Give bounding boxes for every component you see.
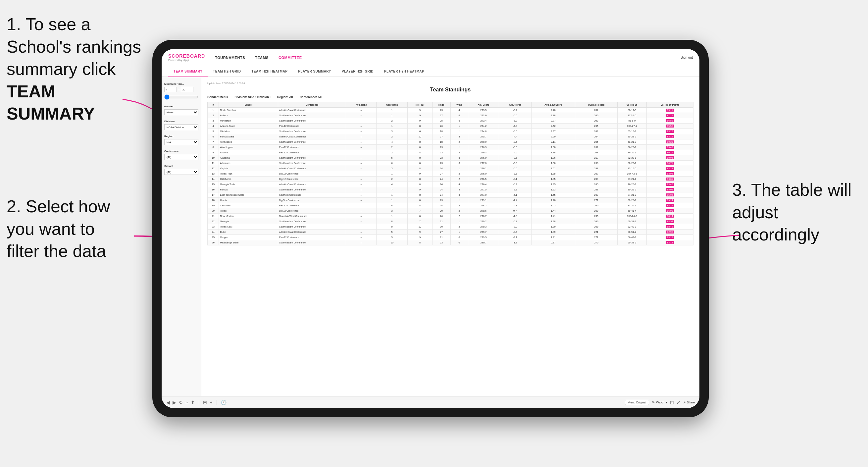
table-row: 5Ole MissSoutheastern Conference–3618127…: [208, 129, 693, 134]
main-content: Minimum Rou... – Gender Men's Women's: [162, 77, 700, 396]
round-range-slider[interactable]: [164, 94, 198, 100]
divider-1: [199, 400, 199, 405]
subnav-team-h2h-heatmap[interactable]: TEAM H2H HEATMAP: [246, 66, 293, 77]
share2-btn[interactable]: ⬆: [191, 400, 195, 405]
table-row: 26Mississippi StateSoutheastern Conferen…: [208, 240, 693, 245]
minimum-round-label: Minimum Rou...: [164, 83, 198, 86]
subnav-player-h2h-grid[interactable]: PLAYER H2H GRID: [337, 66, 379, 77]
nav-tournaments[interactable]: TOURNAMENTS: [215, 56, 245, 60]
region-select[interactable]: N/A: [164, 139, 198, 145]
section-title: Team Standings: [207, 87, 693, 93]
col-no-tour: No Tour: [408, 102, 433, 107]
table-row: 12VirginiaAtlantic Coast Conference–3824…: [208, 166, 693, 171]
minimum-round-filter: Minimum Rou... –: [164, 83, 198, 100]
subnav-player-summary[interactable]: PLAYER SUMMARY: [293, 66, 336, 77]
school-label: School: [164, 165, 198, 167]
table-row: 6Florida StateAtlantic Coast Conference–…: [208, 134, 693, 139]
subnav: TEAM SUMMARY TEAM H2H GRID TEAM H2H HEAT…: [162, 66, 700, 77]
gender-label: Gender: [164, 105, 198, 108]
home-btn[interactable]: ⌂: [185, 400, 188, 405]
sign-out-link[interactable]: Sign out: [681, 56, 693, 59]
gender-select[interactable]: Men's Women's: [164, 109, 198, 115]
col-school: School: [219, 102, 278, 107]
col-adj-score: Adj. Score: [468, 102, 499, 107]
table-row: 22GeorgiaSoutheastern Conference–8721127…: [208, 219, 693, 224]
table-row: 24DukeAtlantic Coast Conference–59271279…: [208, 229, 693, 235]
col-avg-rank: Avg. Rank: [346, 102, 376, 107]
table-row: 8WashingtonPac-12 Conference–28231276.3-…: [208, 145, 693, 150]
crop-btn[interactable]: ⊡: [670, 400, 674, 405]
region-label: Region: [164, 135, 198, 138]
conference-label: Conference: [164, 150, 198, 153]
logo-sub: Powered by clippi: [168, 59, 205, 62]
school-select[interactable]: (All): [164, 169, 198, 175]
school-filter: School (All): [164, 165, 198, 175]
sidebar-filters: Minimum Rou... – Gender Men's Women's: [162, 77, 202, 396]
update-time: Update time: 27/03/2024 16:56:26: [207, 82, 693, 85]
instruction-2: 2. Select how you want to filter the dat…: [7, 195, 132, 263]
col-rank: #: [208, 102, 219, 107]
division-select[interactable]: NCAA Division I: [164, 124, 198, 130]
table-row: 4Arizona StatePac-12 Conference–18261274…: [208, 124, 693, 129]
col-conference: Conference: [278, 102, 346, 107]
table-row: 25OregonPac-12 Conference–59210279.5-3.1…: [208, 235, 693, 240]
division-label: Division: [164, 120, 198, 123]
divider-2: [217, 400, 217, 405]
table-row: 2AuburnSoutheastern Conference–19276273.…: [208, 113, 693, 118]
expand-btn[interactable]: ⤢: [677, 400, 681, 405]
table-row: 18IllinoisBig Ten Conference–18231279.1-…: [208, 198, 693, 203]
col-vs50: Vs Top 50 Points: [647, 102, 693, 107]
refresh-btn[interactable]: ↻: [179, 400, 183, 405]
table-row: 15Georgia TechAtlantic Coast Conference–…: [208, 182, 693, 187]
subnav-player-h2h-heatmap[interactable]: PLAYER H2H HEATMAP: [379, 66, 430, 77]
gender-filter: Gender Men's Women's: [164, 105, 198, 115]
table-row: 21New MexicoMountain West Conference–182…: [208, 214, 693, 219]
max-round-input[interactable]: [181, 87, 193, 92]
col-conf-rank: Conf Rank: [376, 102, 408, 107]
table-row: 19CaliforniaPac-12 Conference–48242278.2…: [208, 203, 693, 208]
table-row: 14OklahomaBig 12 Conference–28242276.5-3…: [208, 177, 693, 182]
view-original-btn[interactable]: View: Original: [625, 400, 649, 405]
table-row: 7TennesseeSoutheastern Conference–481822…: [208, 139, 693, 145]
content-area: Update time: 27/03/2024 16:56:26 Team St…: [202, 77, 700, 396]
watch-btn[interactable]: 👁 Watch ▾: [652, 401, 667, 404]
region-filter: Region N/A: [164, 135, 198, 145]
grid-btn[interactable]: ⊞: [203, 400, 207, 405]
standings-table: # School Conference Avg. Rank Conf Rank …: [207, 102, 693, 245]
nav-teams[interactable]: TEAMS: [255, 56, 269, 60]
col-avg-par: Avg. to Par: [499, 102, 531, 107]
back-btn[interactable]: ◀: [166, 400, 170, 405]
filter-range-row: –: [164, 87, 198, 92]
navbar: SCOREBOARD Powered by clippi TOURNAMENTS…: [162, 49, 700, 66]
col-vs25: Vs Top 25: [617, 102, 647, 107]
col-wins: Wins: [451, 102, 468, 107]
clock-btn[interactable]: 🕐: [221, 400, 226, 405]
table-row: 10AlabamaSoutheastern Conference–5823327…: [208, 155, 693, 161]
subnav-team-h2h-grid[interactable]: TEAM H2H GRID: [208, 66, 246, 77]
table-row: 3VanderbiltSoutheastern Conference–29256…: [208, 118, 693, 124]
table-row: 23Texas A&MSoutheastern Conference–91030…: [208, 224, 693, 229]
conference-select[interactable]: (All): [164, 154, 198, 160]
share-btn[interactable]: ↗ Share: [683, 401, 695, 404]
add-btn[interactable]: +: [210, 400, 212, 405]
min-round-input[interactable]: [164, 87, 177, 92]
subnav-team-summary[interactable]: TEAM SUMMARY: [168, 66, 208, 77]
table-row: 11ArkansasSoutheastern Conference–682332…: [208, 161, 693, 166]
nav-committee[interactable]: COMMITTEE: [279, 56, 302, 60]
instruction-3: 3. The table will adjust accordingly: [732, 179, 858, 246]
table-row: 20TexasBig 12 Conference–37202278.60.71.…: [208, 208, 693, 214]
nav-links: TOURNAMENTS TEAMS COMMITTEE: [215, 56, 681, 60]
logo-text: SCOREBOARD: [168, 53, 205, 59]
table-row: 9ArizonaPac-12 Conference–28232276.3-4.6…: [208, 150, 693, 155]
table-row: 13Texas TechBig 12 Conference–19272276.0…: [208, 171, 693, 177]
forward-btn[interactable]: ▶: [173, 400, 176, 405]
filter-bar: Gender: Men's Division: NCAA Division I …: [207, 95, 693, 99]
table-row: 17East Tennessee StateSouthern Conferenc…: [208, 192, 693, 198]
table-row: 16FloridaSoutheastern Conference–7924427…: [208, 187, 693, 192]
bottom-toolbar: ◀ ▶ ↻ ⌂ ⬆ ⊞ + 🕐 View: Original 👁 Watch ▾…: [162, 396, 700, 408]
col-avg-low: Avg. Low Score: [531, 102, 575, 107]
conference-filter: Conference (All): [164, 150, 198, 160]
tablet-screen: SCOREBOARD Powered by clippi TOURNAMENTS…: [162, 49, 700, 408]
col-rnds: Rnds: [432, 102, 451, 107]
tablet-frame: SCOREBOARD Powered by clippi TOURNAMENTS…: [152, 40, 709, 417]
